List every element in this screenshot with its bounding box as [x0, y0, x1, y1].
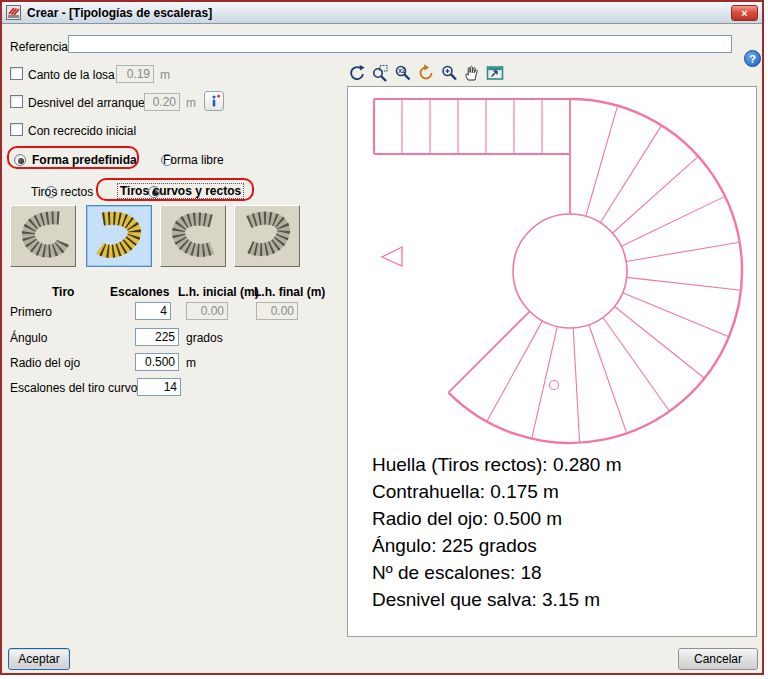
recrecido-label: Con recrecido inicial — [28, 124, 136, 138]
info-glyph-icon — [207, 94, 221, 108]
cancel-button[interactable]: Cancelar — [678, 648, 758, 670]
info-line-desnivel: Desnivel que salva: 3.15 m — [372, 586, 622, 613]
desnivel-checkbox[interactable] — [10, 95, 23, 108]
stair-type-2-icon — [89, 211, 149, 261]
forma-predefinida-radio[interactable] — [14, 154, 26, 166]
forma-predefinida-label: Forma predefinida — [32, 153, 137, 167]
close-icon[interactable]: × — [731, 5, 758, 21]
angulo-label: Ángulo — [10, 331, 47, 345]
stair-type-3-button[interactable] — [160, 205, 226, 267]
header-tiro: Tiro — [52, 285, 74, 299]
stair-type-4-button[interactable] — [234, 205, 300, 267]
header-escalones: Escalones — [110, 285, 169, 299]
stair-type-4-icon — [237, 211, 297, 261]
desnivel-input — [144, 93, 180, 111]
desnivel-label: Desnivel del arranque — [28, 96, 145, 110]
header-lh-final: L.h. final (m) — [254, 285, 325, 299]
primero-label: Primero — [10, 305, 52, 319]
radio-ojo-input[interactable] — [135, 353, 179, 371]
zoom-scale-icon[interactable]: x2 — [392, 62, 413, 83]
radio-ojo-unit: m — [186, 356, 196, 370]
preview-info-text: Huella (Tiros rectos): 0.280 m Contrahue… — [372, 451, 622, 613]
referencia-input[interactable] — [68, 35, 732, 53]
canto-losa-unit: m — [160, 68, 170, 82]
stair-type-1-button[interactable] — [10, 205, 76, 267]
accept-button[interactable]: Aceptar — [8, 648, 70, 670]
zoom-icon[interactable] — [438, 62, 459, 83]
redraw-icon[interactable] — [415, 62, 436, 83]
window-title: Crear - [Tipologías de escaleras] — [27, 6, 725, 20]
stair-type-2-button[interactable] — [86, 205, 152, 267]
radio-ojo-label: Radio del ojo — [10, 356, 80, 370]
title-bar[interactable]: Crear - [Tipologías de escaleras] × — [2, 2, 762, 24]
info-line-contrahuella: Contrahuella: 0.175 m — [372, 478, 622, 505]
info-line-huella: Huella (Tiros rectos): 0.280 m — [372, 451, 622, 478]
info-line-radio-ojo: Radio del ojo: 0.500 m — [372, 505, 622, 532]
preview-panel[interactable]: Huella (Tiros rectos): 0.280 m Contrahue… — [347, 86, 757, 637]
escalones-input[interactable] — [135, 302, 171, 320]
dialog-window: Crear - [Tipologías de escaleras] × Refe… — [0, 0, 764, 675]
lh-inicial-input — [186, 302, 228, 320]
zoom-window-icon[interactable] — [369, 62, 390, 83]
recrecido-checkbox[interactable] — [10, 123, 23, 136]
canto-losa-input — [116, 65, 154, 83]
referencia-label: Referencia — [10, 40, 68, 54]
info-line-angulo: Ángulo: 225 grados — [372, 532, 622, 559]
escalones-curvo-label: Escalones del tiro curvo — [10, 381, 137, 395]
lh-final-input — [256, 302, 298, 320]
info-icon[interactable] — [204, 91, 224, 111]
svg-text:x2: x2 — [398, 67, 406, 74]
app-icon — [6, 5, 21, 20]
pan-icon[interactable] — [461, 62, 482, 83]
angulo-unit: grados — [186, 331, 223, 345]
fit-window-icon[interactable] — [484, 62, 505, 83]
rotate-view-icon[interactable] — [346, 62, 367, 83]
tiros-curvos-label: Tiros curvos y rectos — [118, 184, 243, 198]
info-line-num-escalones: Nº de escalones: 18 — [372, 559, 622, 586]
stair-type-1-icon — [13, 211, 73, 261]
header-lh-inicial: L.h. inicial (m) — [178, 285, 259, 299]
canto-losa-checkbox[interactable] — [10, 67, 23, 80]
angulo-input[interactable] — [135, 328, 179, 346]
preview-toolbar: x2 — [346, 62, 505, 83]
help-icon[interactable]: ? — [744, 50, 761, 67]
desnivel-unit: m — [186, 96, 196, 110]
escalones-curvo-input[interactable] — [137, 378, 181, 396]
canto-losa-label: Canto de la losa — [28, 68, 115, 82]
tiros-rectos-label: Tiros rectos — [31, 185, 93, 199]
stair-type-3-icon — [163, 211, 223, 261]
forma-libre-label: Forma libre — [163, 153, 224, 167]
